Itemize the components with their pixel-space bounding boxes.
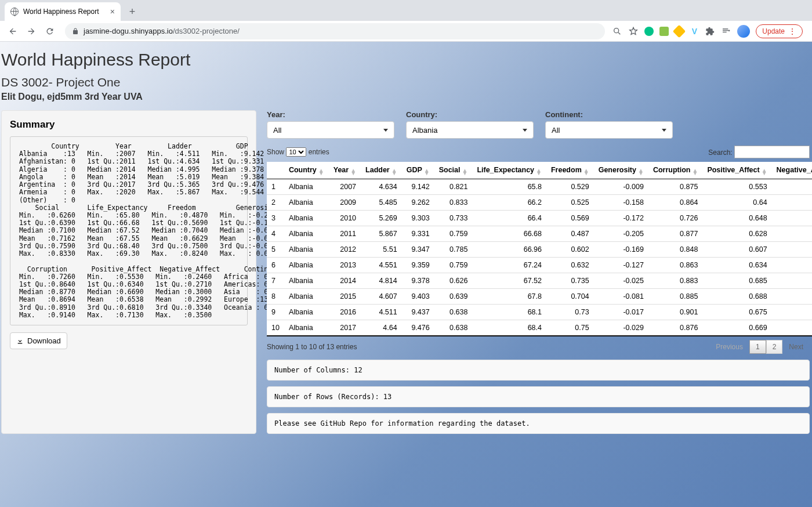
table-cell: 65.8 bbox=[472, 179, 546, 195]
table-cell: 2013 bbox=[329, 258, 361, 273]
extension-green-icon[interactable] bbox=[659, 27, 669, 36]
page-number[interactable]: 2 bbox=[766, 340, 783, 354]
table-cell: 0.759 bbox=[434, 258, 473, 273]
url-bar[interactable]: jasmine-dogu.shinyapps.io/ds3002-project… bbox=[65, 23, 605, 39]
table-row[interactable]: 5Albania20125.519.3470.78566.960.602-0.1… bbox=[267, 242, 812, 258]
table-cell: Albania bbox=[284, 320, 329, 336]
column-header[interactable]: Life_Expectancy▲▼ bbox=[472, 162, 546, 179]
column-header[interactable]: Country▲▼ bbox=[284, 162, 329, 179]
filters-row: Year: All Country: Albania bbox=[267, 110, 810, 139]
download-button[interactable]: Download bbox=[10, 332, 67, 349]
table-cell: 2010 bbox=[329, 211, 361, 226]
filter-year: Year: All bbox=[267, 110, 394, 139]
column-header[interactable]: Negative_Affect▲▼ bbox=[772, 162, 812, 179]
table-row[interactable]: 1Albania20074.6349.1420.82165.80.529-0.0… bbox=[267, 179, 812, 195]
browser-toolbar: jasmine-dogu.shinyapps.io/ds3002-project… bbox=[0, 21, 812, 42]
table-cell: 0.848 bbox=[648, 242, 702, 258]
table-cell: 0.875 bbox=[648, 179, 702, 195]
extension-yellow-icon[interactable] bbox=[673, 24, 686, 38]
caret-down-icon bbox=[523, 129, 527, 132]
table-cell: 0.759 bbox=[434, 226, 473, 242]
toolbar-icons: V Update ⋮ bbox=[612, 24, 807, 38]
table-cell: 0.553 bbox=[702, 179, 771, 195]
table-row[interactable]: 9Albania20164.5119.4370.63868.10.73-0.01… bbox=[267, 305, 812, 320]
table-cell: -0.169 bbox=[594, 242, 648, 258]
table-cell: 0.569 bbox=[546, 211, 594, 226]
table-cell: 2017 bbox=[329, 320, 361, 336]
table-cell: 2009 bbox=[329, 195, 361, 211]
caret-down-icon bbox=[383, 129, 388, 132]
table-search: Search: bbox=[708, 146, 810, 158]
reading-list-icon[interactable] bbox=[721, 26, 731, 37]
table-row[interactable]: 7Albania20144.8149.3780.62667.520.735-0.… bbox=[267, 273, 812, 289]
browser-tab[interactable]: World Happiness Report × bbox=[5, 2, 121, 21]
entries-select[interactable]: 10 bbox=[286, 147, 306, 157]
table-cell: -0.017 bbox=[594, 305, 648, 320]
back-button[interactable] bbox=[5, 23, 21, 39]
table-cell: 10 bbox=[267, 320, 284, 336]
table-cell: 5 bbox=[267, 242, 284, 258]
table-footer: Showing 1 to 10 of 13 entries Previous 1… bbox=[267, 340, 810, 354]
page-next[interactable]: Next bbox=[782, 340, 810, 354]
table-cell: -0.158 bbox=[594, 195, 648, 211]
profile-avatar[interactable] bbox=[737, 25, 750, 38]
filter-country-select[interactable]: Albania bbox=[406, 121, 534, 139]
table-cell: 4.511 bbox=[361, 305, 402, 320]
table-cell: 0.322 bbox=[772, 305, 812, 320]
table-cell: 0.876 bbox=[648, 320, 702, 336]
table-row[interactable]: 3Albania20105.2699.3030.73366.40.569-0.1… bbox=[267, 211, 812, 226]
table-cell: 9.378 bbox=[402, 273, 434, 289]
page-title: World Happiness Report bbox=[0, 42, 812, 71]
reload-button[interactable] bbox=[42, 23, 58, 39]
extension-grammarly-icon[interactable] bbox=[644, 27, 654, 36]
column-header[interactable]: Social▲▼ bbox=[434, 162, 473, 179]
filter-continent-label: Continent: bbox=[545, 110, 673, 119]
table-row[interactable]: 6Albania20134.5519.3590.75967.240.632-0.… bbox=[267, 258, 812, 273]
table-cell: 0.525 bbox=[546, 195, 594, 211]
column-header[interactable]: Generosity▲▼ bbox=[594, 162, 648, 179]
table-cell: 5.269 bbox=[361, 211, 402, 226]
table-cell: 67.52 bbox=[472, 273, 546, 289]
forward-button[interactable] bbox=[23, 23, 39, 39]
column-header[interactable]: GDP▲▼ bbox=[402, 162, 434, 179]
update-button[interactable]: Update ⋮ bbox=[756, 24, 803, 38]
column-header[interactable]: Year▲▼ bbox=[329, 162, 361, 179]
table-cell: -0.081 bbox=[594, 289, 648, 305]
extension-v-icon[interactable]: V bbox=[690, 27, 699, 36]
filter-year-select[interactable]: All bbox=[267, 121, 394, 139]
column-header[interactable] bbox=[267, 162, 284, 179]
new-tab-button[interactable]: + bbox=[124, 3, 140, 20]
column-header[interactable]: Positive_Affect▲▼ bbox=[702, 162, 771, 179]
table-cell: 0.335 bbox=[772, 273, 812, 289]
search-input[interactable] bbox=[734, 146, 810, 158]
close-icon[interactable]: × bbox=[110, 7, 115, 16]
extensions-puzzle-icon[interactable] bbox=[705, 26, 715, 37]
table-row[interactable]: 4Albania20115.8679.3310.75966.680.487-0.… bbox=[267, 226, 812, 242]
page-previous[interactable]: Previous bbox=[709, 340, 749, 354]
column-header[interactable]: Corruption▲▼ bbox=[648, 162, 702, 179]
filter-continent-select[interactable]: All bbox=[545, 121, 673, 139]
table-row[interactable]: 2Albania20095.4859.2620.83366.20.525-0.1… bbox=[267, 195, 812, 211]
column-header[interactable]: Ladder▲▼ bbox=[361, 162, 402, 179]
table-row[interactable]: 10Albania20174.649.4760.63868.40.75-0.02… bbox=[267, 320, 812, 336]
table-cell: 5.485 bbox=[361, 195, 402, 211]
table-cell: 0.279 bbox=[772, 195, 812, 211]
filter-year-label: Year: bbox=[267, 110, 394, 119]
table-cell: 0.602 bbox=[546, 242, 594, 258]
page-number[interactable]: 1 bbox=[749, 340, 766, 354]
table-cell: -0.172 bbox=[594, 211, 648, 226]
table-cell: 0.338 bbox=[772, 258, 812, 273]
filter-country-label: Country: bbox=[406, 110, 534, 119]
table-info: Showing 1 to 10 of 13 entries bbox=[267, 343, 357, 351]
table-cell: 9.359 bbox=[402, 258, 434, 273]
table-row[interactable]: 8Albania20154.6079.4030.63967.80.704-0.0… bbox=[267, 289, 812, 305]
table-cell: 0.638 bbox=[434, 305, 473, 320]
table-cell: 0.685 bbox=[702, 273, 771, 289]
star-icon[interactable] bbox=[628, 26, 639, 37]
table-cell: 0.64 bbox=[702, 195, 771, 211]
zoom-icon[interactable] bbox=[612, 26, 622, 37]
table-cell: 0.35 bbox=[772, 289, 812, 305]
column-header[interactable]: Freedom▲▼ bbox=[546, 162, 594, 179]
table-cell: 2016 bbox=[329, 305, 361, 320]
table-cell: 6 bbox=[267, 258, 284, 273]
